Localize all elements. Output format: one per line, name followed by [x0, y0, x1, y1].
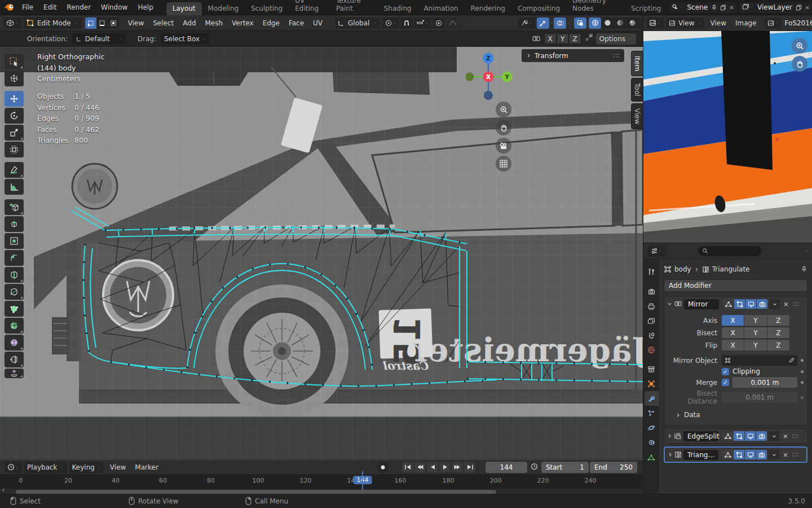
menu-mesh[interactable]: Mesh — [201, 19, 228, 27]
timeline-corner-chevron[interactable] — [1, 487, 6, 493]
tool-knife[interactable] — [5, 284, 24, 300]
tab-scene-properties[interactable] — [643, 328, 659, 343]
scene-name[interactable]: Scene — [683, 3, 711, 11]
editor-type-button[interactable] — [3, 17, 21, 29]
overlays-toggle[interactable] — [554, 17, 566, 29]
tab-physics-properties[interactable] — [643, 421, 659, 435]
prev-keyframe-button[interactable] — [414, 462, 426, 472]
axis-z-button[interactable]: Z — [767, 315, 789, 326]
auto-keying-button[interactable] — [377, 462, 389, 473]
viewport-3d[interactable]: 15 Castrol Jägermeister — [0, 47, 643, 460]
collapse-icon[interactable] — [667, 301, 672, 306]
menu-select[interactable]: Select — [148, 19, 178, 27]
triangulate-panel-header[interactable]: Triang... — [665, 448, 806, 462]
tab-tool-properties[interactable] — [643, 265, 659, 279]
menu-edit[interactable]: Edit — [38, 0, 61, 15]
mirror-x-button[interactable]: X — [544, 33, 557, 44]
tool-move[interactable] — [5, 91, 24, 107]
jump-to-end-button[interactable] — [464, 462, 475, 472]
transform-orientation[interactable]: Global — [335, 17, 380, 29]
proportional-editing-toggle[interactable] — [433, 17, 445, 29]
region-toggle-chevron[interactable] — [807, 51, 812, 58]
properties-options-chevron[interactable] — [804, 248, 809, 253]
tool-select-box[interactable] — [5, 54, 24, 69]
image-view-menu[interactable]: View — [705, 19, 730, 27]
tab-view-layer-properties[interactable] — [643, 313, 659, 328]
menu-file[interactable]: File — [17, 0, 38, 15]
tool-shrink-fatten[interactable] — [5, 369, 24, 378]
proportional-falloff-button[interactable] — [446, 17, 464, 29]
navigation-gizmo[interactable]: Z Y X — [464, 52, 513, 103]
image-pan-button[interactable] — [792, 56, 807, 72]
bisect-distance-field[interactable]: 0.001 m — [722, 392, 797, 403]
tool-transform[interactable] — [5, 142, 24, 157]
gizmos-toggle[interactable] — [537, 17, 549, 29]
extras-menu-button[interactable] — [769, 299, 780, 309]
image-editor-type-button[interactable] — [646, 17, 664, 29]
add-modifier-button[interactable]: Add Modifier — [664, 279, 807, 292]
tab-animation[interactable]: Animation — [417, 2, 464, 15]
tab-modeling[interactable]: Modeling — [202, 2, 245, 15]
timeline-scrollbar[interactable] — [16, 490, 496, 494]
edit-mode-toggle[interactable] — [734, 431, 744, 441]
xray-toggle[interactable] — [574, 17, 586, 29]
timeline-marker-menu[interactable]: Marker — [130, 463, 162, 471]
breadcrumb-modifier[interactable]: Triangulate — [712, 265, 750, 273]
menu-edge[interactable]: Edge — [258, 19, 284, 27]
properties-search-input[interactable] — [698, 246, 761, 256]
drag-grip-icon[interactable] — [792, 433, 798, 439]
transform-panel-header[interactable]: Transform — [522, 49, 624, 62]
tab-collection-properties[interactable] — [643, 362, 659, 376]
delete-modifier-icon[interactable] — [783, 452, 788, 458]
pin-icon[interactable] — [711, 5, 717, 11]
shading-material-button[interactable] — [614, 17, 626, 29]
eyedropper-icon[interactable] — [788, 357, 795, 364]
tool-smooth[interactable] — [5, 335, 24, 351]
zoom-button[interactable] — [496, 102, 511, 117]
edit-mode-toggle[interactable] — [734, 450, 744, 459]
tool-poly-build[interactable] — [5, 301, 24, 317]
delete-modifier-icon[interactable] — [783, 433, 788, 439]
snap-proportional-icon[interactable] — [585, 34, 593, 43]
mirror-panel-header[interactable]: Mirror — [664, 297, 807, 311]
breadcrumb-object[interactable]: body — [674, 265, 691, 273]
options-dropdown[interactable]: Options — [596, 33, 636, 45]
edge-select-button[interactable] — [96, 17, 108, 29]
tool-cursor[interactable] — [5, 71, 24, 86]
scene-selector[interactable]: Scene — [669, 2, 736, 13]
tab-rendering[interactable]: Rendering — [465, 2, 511, 15]
tool-bevel[interactable] — [5, 250, 24, 266]
bisect-y-button[interactable]: Y — [744, 327, 766, 338]
on-cage-toggle[interactable] — [723, 299, 734, 309]
triangulate-name-field[interactable]: Triang... — [683, 450, 718, 460]
next-keyframe-button[interactable] — [452, 462, 463, 472]
realtime-toggle[interactable] — [745, 431, 756, 441]
timeline-editor-type-button[interactable] — [5, 462, 22, 473]
camera-view-button[interactable] — [496, 138, 511, 154]
new-layer-icon[interactable] — [796, 5, 802, 11]
shading-wireframe-button[interactable] — [589, 17, 601, 29]
sidebar-tab-item[interactable]: Item — [631, 51, 643, 76]
tab-object-data-properties[interactable] — [643, 450, 659, 465]
pan-button[interactable] — [496, 120, 511, 135]
data-subpanel[interactable]: Data — [668, 411, 804, 419]
merge-value-field[interactable]: 0.001 m — [732, 377, 797, 388]
playback-menu[interactable]: Playback — [24, 462, 67, 473]
extras-menu-button[interactable] — [769, 431, 779, 441]
mirror-tool-icon[interactable] — [532, 35, 541, 43]
bisect-z-button[interactable]: Z — [767, 327, 789, 338]
extras-menu-button[interactable] — [769, 450, 779, 459]
tab-geometry-nodes[interactable]: Geometry Nodes — [566, 0, 625, 15]
clipping-checkbox[interactable]: ✓ — [722, 368, 729, 375]
close-scene-icon[interactable] — [729, 5, 734, 10]
expand-icon[interactable] — [667, 433, 672, 439]
close-layer-icon[interactable] — [805, 5, 810, 10]
tab-particle-properties[interactable] — [643, 406, 659, 421]
realtime-toggle[interactable] — [745, 450, 756, 459]
timeline-view-menu[interactable]: View — [105, 463, 130, 471]
tab-object-properties[interactable] — [643, 376, 659, 391]
play-reverse-button[interactable] — [427, 462, 438, 472]
timeline-ruler[interactable]: 0 20 40 60 80 100 120 140 160 180 200 22… — [0, 475, 643, 489]
tab-constraint-properties[interactable] — [643, 435, 659, 450]
on-cage-toggle[interactable] — [722, 450, 733, 459]
